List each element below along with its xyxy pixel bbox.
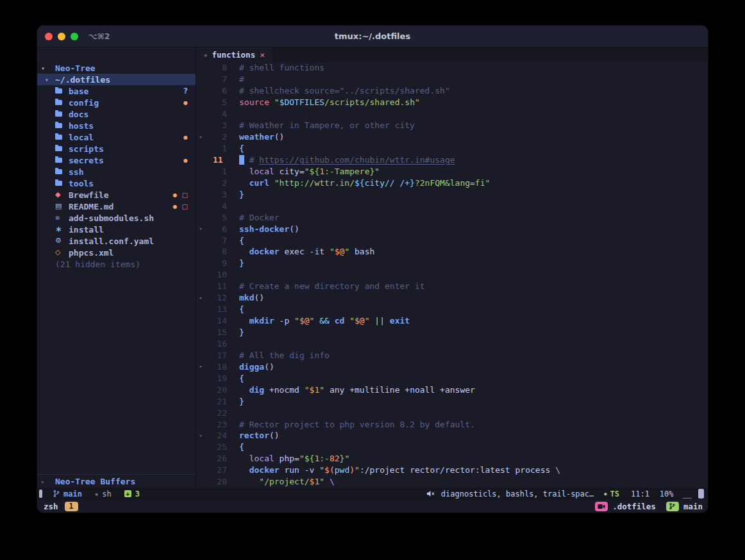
code-line[interactable]: 17# All the dig info: [196, 349, 708, 361]
tree-item-Brewfile[interactable]: ◆Brewfile●□: [37, 189, 196, 201]
code-line[interactable]: 20 dig +nocmd "$1" any +multiline +noall…: [196, 384, 708, 395]
code-line[interactable]: 4: [196, 200, 708, 211]
code-line[interactable]: 5# Docker: [196, 211, 708, 223]
code-line[interactable]: ▾12mkd(): [196, 292, 708, 304]
code-token: $@: [335, 247, 345, 256]
tree-item-README.md[interactable]: ▤README.md●□: [37, 201, 196, 212]
fold-marker-icon[interactable]: ▾: [196, 226, 205, 232]
git-status-badge: ?: [183, 86, 188, 95]
cursor-position: 11:1: [631, 490, 649, 498]
line-number: 26: [205, 454, 227, 463]
code-line[interactable]: 26 local php="${1:-82}": [196, 453, 708, 465]
code-token: # Rector project to php version 8.2 by d…: [239, 420, 475, 429]
line-number: 25: [205, 442, 227, 452]
code-line[interactable]: ▾24rector(): [196, 430, 708, 441]
code-line[interactable]: 11# Create a new directory and enter it: [196, 281, 708, 292]
code-line[interactable]: 2 curl "http://wttr.in/${city// /+}?2nFQ…: [196, 177, 708, 188]
titlebar[interactable]: ⌥⌘2 tmux:~/.dotfiles: [37, 26, 708, 47]
code-line[interactable]: 7#: [196, 74, 708, 85]
tree-item-hosts[interactable]: hosts: [37, 120, 196, 131]
fold-marker-icon[interactable]: ▾: [196, 363, 205, 370]
tree-item-label: phpcs.xml: [69, 248, 113, 258]
code-line[interactable]: 16: [196, 338, 708, 350]
code-line[interactable]: 25{: [196, 441, 708, 453]
code-line[interactable]: 23# Rector project to php version 8.2 by…: [196, 418, 708, 430]
code-line[interactable]: 1{: [196, 143, 708, 154]
line-number: 8: [205, 63, 227, 72]
tmux-window-name[interactable]: zsh: [44, 502, 58, 511]
code-line[interactable]: 19{: [196, 372, 708, 384]
tree-item-tools[interactable]: tools: [37, 177, 196, 189]
code-line[interactable]: 14 mkdir -p "$@" && cd "$@" || exit: [196, 315, 708, 327]
code-line[interactable]: 22: [196, 407, 708, 418]
tree-item-install[interactable]: ∗install: [37, 224, 196, 235]
zoom-window-button[interactable]: [71, 33, 78, 40]
tree-item-base[interactable]: base?: [37, 85, 196, 97]
code-line[interactable]: 11 # https://github.com/chubin/wttr.in#u…: [196, 154, 708, 166]
fold-marker-icon[interactable]: ▾: [196, 432, 205, 439]
code-token: -p: [274, 316, 294, 325]
tree-item-docs[interactable]: docs: [37, 108, 196, 120]
tmux-window-index[interactable]: 1: [65, 502, 78, 511]
treesitter-segment: ● TS: [604, 490, 619, 498]
code-line[interactable]: ▾6ssh-docker(): [196, 223, 708, 235]
neo-tree-header[interactable]: ▾ Neo-Tree: [37, 62, 196, 74]
code-line[interactable]: ▾18digga(): [196, 361, 708, 372]
code-line[interactable]: ▾2weather(): [196, 131, 708, 143]
minimize-window-button[interactable]: [58, 33, 65, 40]
tree-item-local[interactable]: local●: [37, 131, 196, 143]
tree-root-label: ~/.dotfiles: [55, 75, 110, 85]
code-line[interactable]: 5source "$DOTFILES/scripts/shared.sh": [196, 97, 708, 108]
code-line[interactable]: 28 "/project/$1" \: [196, 476, 708, 488]
tree-item-config[interactable]: config●: [37, 97, 196, 108]
code-line[interactable]: 3}: [196, 188, 708, 200]
code-line[interactable]: 6# shellcheck source="../scripts/shared.…: [196, 85, 708, 97]
tree-root-dotfiles[interactable]: ▾ ~/.dotfiles: [37, 74, 196, 85]
diagnostics-segment: + 3: [124, 490, 140, 498]
code-line[interactable]: 7{: [196, 235, 708, 246]
chevron-down-icon: ▾: [45, 76, 55, 83]
code-line[interactable]: 3# Weather in Tampere, or other city: [196, 120, 708, 131]
terminal-window: ⌥⌘2 tmux:~/.dotfiles ▾ Neo-Tree ▾ ~/.dot…: [37, 26, 708, 513]
code-token: (): [254, 293, 264, 302]
code-line[interactable]: 9}: [196, 258, 708, 269]
line-number: 8: [205, 247, 227, 256]
tab-functions[interactable]: ▪ functions ×: [196, 47, 272, 62]
tree-item-phpcs.xml[interactable]: ◇phpcs.xml: [37, 247, 196, 258]
line-number: 2: [205, 178, 227, 188]
line-number: 20: [205, 385, 227, 395]
tree-item-add-submodules.sh[interactable]: ▪add-submodules.sh: [37, 212, 196, 224]
sidebar-bottom: ▸ Neo-Tree Buffers: [37, 474, 196, 488]
line-text: mkd(): [227, 293, 264, 302]
code-token: docker: [249, 247, 280, 256]
code-line[interactable]: 1 local city="${1:-Tampere}": [196, 165, 708, 177]
code-line[interactable]: 8 docker exec -it "$@" bash: [196, 246, 708, 258]
fold-marker-icon[interactable]: ▾: [196, 134, 205, 140]
tab-close-button[interactable]: ×: [260, 50, 265, 60]
close-window-button[interactable]: [45, 33, 53, 40]
code-token: ssh-docker: [239, 224, 289, 234]
code-line[interactable]: 13{: [196, 304, 708, 315]
code-line[interactable]: 4: [196, 108, 708, 120]
code-line[interactable]: 10: [196, 269, 708, 281]
code-token: https://github.com/chubin/wttr.in#usage: [259, 155, 455, 165]
code-token: mkdir: [249, 316, 274, 325]
tree-item-scripts[interactable]: scripts: [37, 143, 196, 154]
code-token: $@: [299, 316, 310, 325]
neo-tree-buffers-header[interactable]: ▸ Neo-Tree Buffers: [37, 475, 196, 488]
code-line[interactable]: 27 docker run -v "$(pwd)":/project recto…: [196, 465, 708, 476]
statusline: main ▪ sh + 3 diagnosticls, bashls, trai…: [37, 488, 708, 500]
filetype-segment: ▪ sh: [95, 490, 112, 498]
fold-marker-icon[interactable]: ▾: [196, 295, 205, 301]
tree-item-label: ssh: [69, 167, 83, 177]
code-line[interactable]: 21}: [196, 395, 708, 407]
code-area[interactable]: 8# shell functions7#6# shellcheck source…: [196, 62, 708, 488]
git-branch-icon: [53, 490, 60, 498]
tree-item-ssh[interactable]: ssh: [37, 166, 196, 177]
window-controls: [45, 33, 78, 40]
tree-item-secrets[interactable]: secrets●: [37, 154, 196, 166]
tree-item-install.conf.yaml[interactable]: ⚙install.conf.yaml: [37, 235, 196, 247]
code-line[interactable]: 8# shell functions: [196, 62, 708, 74]
code-line[interactable]: 15}: [196, 327, 708, 338]
code-token: \: [555, 465, 560, 475]
